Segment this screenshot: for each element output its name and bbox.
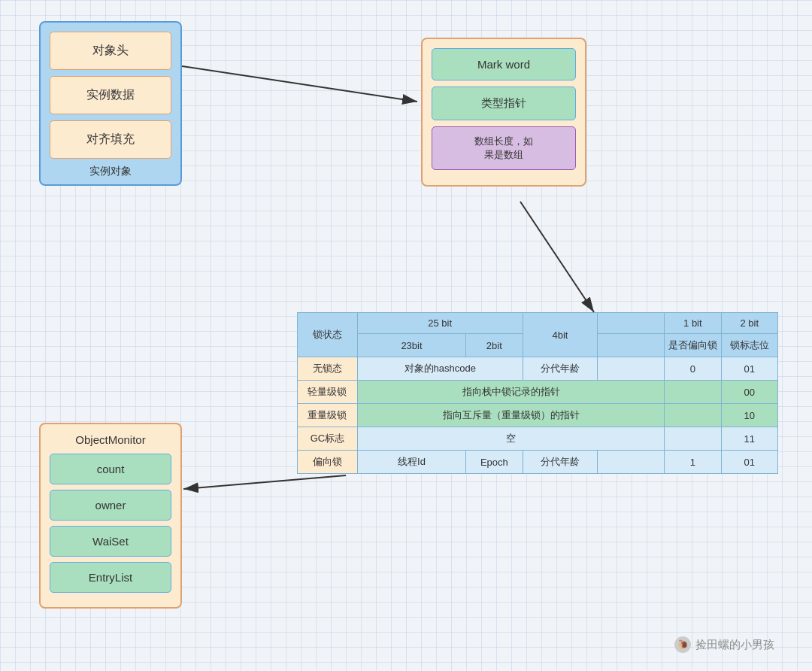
- th-2bit-sub: 2bit: [466, 334, 523, 357]
- svg-line-3: [183, 475, 346, 489]
- object-head-box: 对象头: [50, 32, 171, 70]
- th-empty2: [598, 334, 665, 357]
- th-1bit: 1 bit: [665, 313, 721, 334]
- th-lock-state: 锁状态: [298, 313, 358, 357]
- svg-line-1: [182, 66, 417, 102]
- th-2bit: 2 bit: [721, 313, 777, 334]
- monitor-entrylist: EntryList: [50, 562, 171, 593]
- row-heavy-content: 指向互斥量（重量级锁）的指针: [357, 404, 664, 427]
- object-monitor-box: ObjectMonitor count owner WaiSet EntryLi…: [39, 423, 182, 609]
- row-heavy-flag: 10: [721, 404, 777, 427]
- markword-table: 锁状态 25 bit 4bit 1 bit 2 bit 23bit 2bit 是…: [297, 312, 778, 474]
- row-light-flag: 00: [721, 381, 777, 404]
- object-header-box: Mark word 类型指针 数组长度，如 果是数组: [421, 38, 586, 187]
- watermark-icon: 🐌: [674, 636, 691, 653]
- row-gc-content: 空: [357, 427, 664, 451]
- th-23bit: 23bit: [357, 334, 465, 357]
- array-length-box: 数组长度，如 果是数组: [432, 126, 576, 170]
- object-monitor-title: ObjectMonitor: [50, 433, 171, 446]
- instance-data-box: 实例数据: [50, 76, 171, 114]
- svg-line-2: [520, 202, 594, 312]
- th-lock-flag: 锁标志位: [721, 334, 777, 357]
- row-nolock-state: 无锁态: [298, 357, 358, 381]
- row-bias-empty: [598, 451, 665, 474]
- row-light-content: 指向栈中锁记录的指针: [357, 381, 664, 404]
- row-nolock-bias: 0: [665, 357, 721, 381]
- row-bias-age: 分代年龄: [523, 451, 598, 474]
- instance-object-box: 对象头 实例数据 对齐填充 实例对象: [39, 21, 182, 186]
- row-bias-flag: 01: [721, 451, 777, 474]
- align-padding-box: 对齐填充: [50, 120, 171, 159]
- th-bias-lock: 是否偏向锁: [665, 334, 721, 357]
- row-nolock-age: 分代年龄: [523, 357, 598, 381]
- th-empty: [598, 313, 665, 334]
- instance-object-label: 实例对象: [50, 165, 171, 178]
- row-bias-epoch: Epoch: [466, 451, 523, 474]
- row-nolock-hashcode: 对象的hashcode: [357, 357, 523, 381]
- monitor-owner: owner: [50, 490, 171, 521]
- row-nolock-flag: 01: [721, 357, 777, 381]
- row-bias-threadid: 线程Id: [357, 451, 465, 474]
- watermark-text: 捡田螺的小男孩: [695, 638, 774, 652]
- row-gc-empty: [665, 427, 721, 451]
- row-light-state: 轻量级锁: [298, 381, 358, 404]
- row-nolock-empty: [598, 357, 665, 381]
- type-pointer-box: 类型指针: [432, 87, 576, 120]
- th-25bit: 25 bit: [357, 313, 523, 334]
- monitor-count: count: [50, 454, 171, 484]
- row-heavy-state: 重量级锁: [298, 404, 358, 427]
- watermark: 🐌 捡田螺的小男孩: [674, 636, 774, 653]
- th-4bit: 4bit: [523, 313, 598, 357]
- row-bias-biasval: 1: [665, 451, 721, 474]
- monitor-waitset: WaiSet: [50, 526, 171, 557]
- mark-word-box: Mark word: [432, 48, 576, 80]
- row-light-empty: [665, 381, 721, 404]
- row-bias-state: 偏向锁: [298, 451, 358, 474]
- row-gc-flag: 11: [721, 427, 777, 451]
- row-heavy-empty: [665, 404, 721, 427]
- row-gc-state: GC标志: [298, 427, 358, 451]
